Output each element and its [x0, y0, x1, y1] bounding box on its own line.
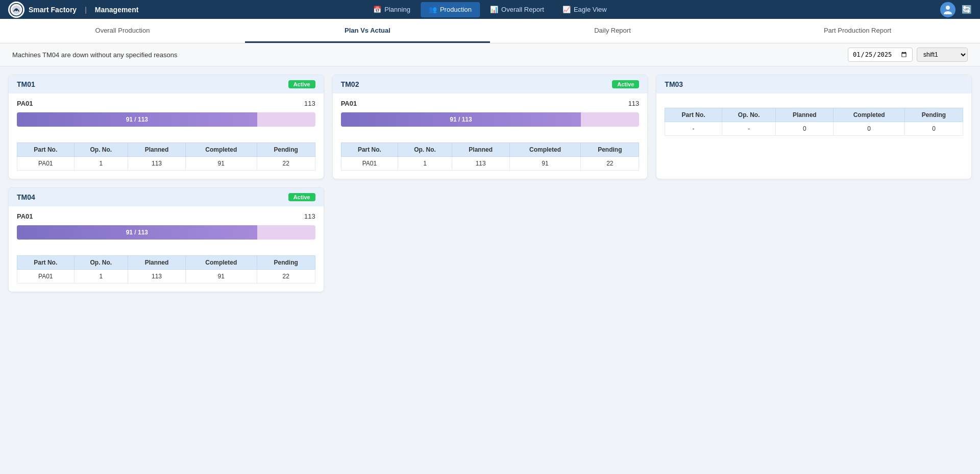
tab-plan-vs-actual[interactable]: Plan Vs Actual	[245, 19, 490, 43]
planning-icon: 📅	[373, 6, 381, 13]
nav-item-eagle-view[interactable]: 📈 Eagle View	[554, 2, 615, 17]
part-count-tm02: 113	[628, 100, 640, 107]
tab-daily-report[interactable]: Daily Report	[490, 19, 735, 43]
table-cell: 22	[257, 270, 315, 283]
table-header: Op. No.	[722, 108, 776, 122]
table-cell: 113	[128, 157, 186, 171]
brand-logo-area: Smart Factory | Management	[8, 2, 138, 18]
table-row: PA0111139122	[341, 157, 639, 171]
machine-name-tm02: TM02	[341, 80, 359, 88]
shift-select[interactable]: shift1 shift2 shift3	[917, 48, 968, 62]
table-cell: 1	[398, 157, 452, 171]
machine-card-tm04: TM04 Active PA01 113 91 / 113 Part No.Op…	[8, 187, 324, 292]
table-header: Part No.	[17, 256, 75, 270]
svg-point-4	[946, 6, 950, 10]
machine-header-tm01: TM01 Active	[9, 75, 324, 93]
table-header: Part No.	[341, 143, 398, 157]
machine-table-tm03: Part No.Op. No.PlannedCompletedPending -…	[665, 108, 963, 136]
machine-name-tm04: TM04	[17, 193, 35, 201]
nav-item-planning[interactable]: 📅 Planning	[365, 2, 419, 17]
nav-items-container: 📅 Planning 👥 Production 📊 Overall Report…	[365, 2, 615, 17]
table-header: Completed	[509, 143, 581, 157]
table-row: PA0111139122	[17, 157, 315, 171]
part-info-tm04: PA01 113	[17, 212, 315, 220]
progress-fill-tm01: 91 / 113	[17, 112, 257, 127]
app-logo	[8, 2, 24, 18]
sub-navigation: Overall Production Plan Vs Actual Daily …	[0, 19, 980, 43]
table-row: PA0111139122	[17, 270, 315, 283]
table-header: Pending	[581, 143, 639, 157]
machine-table-tm04: Part No.Op. No.PlannedCompletedPending P…	[17, 255, 315, 283]
machine-header-tm02: TM02 Active	[333, 75, 648, 93]
table-header: Pending	[905, 108, 963, 122]
table-cell: 0	[834, 122, 905, 136]
table-cell: -	[665, 122, 722, 136]
nav-item-production[interactable]: 👥 Production	[421, 2, 480, 17]
status-badge-tm02: Active	[612, 80, 639, 88]
production-icon: 👥	[429, 6, 437, 13]
table-cell: 1	[74, 157, 128, 171]
alert-message: Machines TM04 are down without any speci…	[12, 51, 178, 59]
table-header: Planned	[776, 108, 834, 122]
table-header: Completed	[185, 143, 257, 157]
part-name-tm04: PA01	[17, 212, 33, 220]
table-header: Completed	[185, 256, 257, 270]
planning-label: Planning	[384, 6, 410, 13]
production-label: Production	[440, 6, 472, 13]
machine-header-tm03: TM03	[656, 75, 971, 93]
table-row: --000	[665, 122, 963, 136]
nav-right-controls: 🔄	[940, 2, 972, 17]
filter-controls: shift1 shift2 shift3	[848, 48, 968, 62]
date-input[interactable]	[848, 48, 913, 62]
table-header: Pending	[257, 143, 315, 157]
nav-item-overall-report[interactable]: 📊 Overall Report	[482, 2, 552, 17]
table-header-row: Part No.Op. No.PlannedCompletedPending	[665, 108, 963, 122]
table-cell: 0	[905, 122, 963, 136]
table-cell: 113	[128, 270, 186, 283]
table-cell: 91	[509, 157, 581, 171]
table-header: Planned	[452, 143, 509, 157]
overall-report-label: Overall Report	[501, 6, 544, 13]
table-cell: PA01	[17, 157, 75, 171]
machine-table-tm02: Part No.Op. No.PlannedCompletedPending P…	[341, 143, 640, 171]
progress-fill-tm04: 91 / 113	[17, 225, 257, 240]
tab-overall-production[interactable]: Overall Production	[0, 19, 245, 43]
user-avatar[interactable]	[940, 2, 955, 17]
refresh-icon[interactable]: 🔄	[962, 5, 972, 14]
svg-point-3	[15, 8, 17, 11]
tab-part-production-report[interactable]: Part Production Report	[735, 19, 980, 43]
table-cell: 1	[74, 270, 128, 283]
eagle-view-label: Eagle View	[574, 6, 607, 13]
status-badge-tm04: Active	[288, 193, 315, 201]
table-header: Completed	[834, 108, 905, 122]
table-cell: 22	[257, 157, 315, 171]
part-info-tm02: PA01 113	[341, 100, 640, 107]
table-header: Planned	[128, 143, 186, 157]
table-header: Op. No.	[74, 143, 128, 157]
machine-name-tm01: TM01	[17, 80, 35, 88]
part-count-tm01: 113	[304, 100, 315, 107]
table-cell: 91	[185, 270, 257, 283]
machine-table-tm01: Part No.Op. No.PlannedCompletedPending P…	[17, 143, 315, 171]
machine-card-tm02: TM02 Active PA01 113 91 / 113 Part No.Op…	[332, 75, 648, 179]
progress-bar-tm01: 91 / 113	[17, 112, 315, 127]
brand-separator: |	[85, 6, 87, 14]
table-header: Part No.	[17, 143, 75, 157]
machine-header-tm04: TM04 Active	[9, 188, 324, 206]
machine-card-tm01: TM01 Active PA01 113 91 / 113 Part No.Op…	[8, 75, 324, 179]
table-header: Pending	[257, 256, 315, 270]
table-header-row: Part No.Op. No.PlannedCompletedPending	[17, 143, 315, 157]
alert-bar: Machines TM04 are down without any speci…	[0, 43, 980, 66]
machine-card-tm03: TM03 Part No.Op. No.PlannedCompletedPend…	[656, 75, 972, 179]
progress-bar-tm02: 91 / 113	[341, 112, 640, 127]
progress-bar-tm04: 91 / 113	[17, 225, 315, 240]
table-header: Planned	[128, 256, 186, 270]
table-header: Op. No.	[74, 256, 128, 270]
table-cell: 113	[452, 157, 509, 171]
part-info-tm01: PA01 113	[17, 100, 315, 107]
app-name: Smart Factory	[29, 6, 77, 14]
part-name-tm01: PA01	[17, 100, 33, 107]
main-content: TM01 Active PA01 113 91 / 113 Part No.Op…	[0, 66, 980, 300]
table-cell: 22	[581, 157, 639, 171]
machine-name-tm03: TM03	[665, 80, 683, 88]
